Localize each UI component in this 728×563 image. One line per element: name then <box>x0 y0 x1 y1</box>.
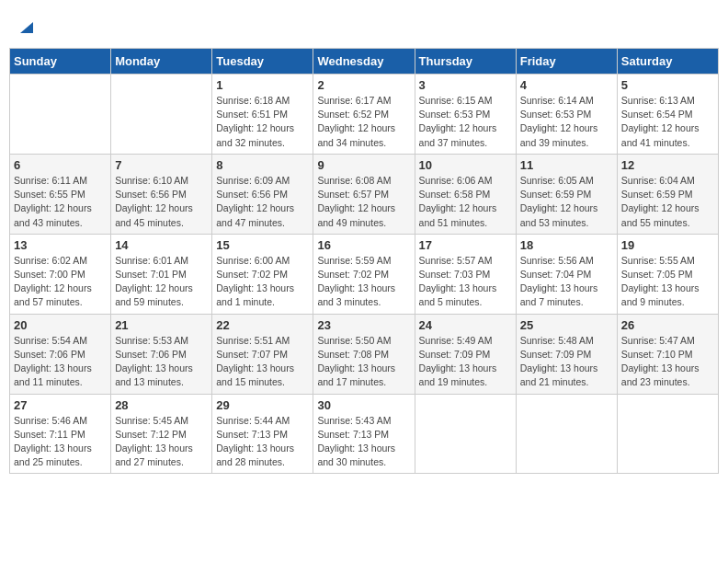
day-number: 20 <box>14 318 107 332</box>
day-number: 4 <box>520 78 613 92</box>
calendar-cell <box>617 394 718 474</box>
day-number: 28 <box>115 398 208 412</box>
day-number: 1 <box>216 78 309 92</box>
day-number: 17 <box>419 238 512 252</box>
calendar-cell <box>111 75 212 155</box>
day-number: 10 <box>419 158 512 172</box>
day-info: Sunrise: 6:17 AM Sunset: 6:52 PM Dayligh… <box>317 94 410 150</box>
day-number: 7 <box>115 158 208 172</box>
calendar-cell: 18Sunrise: 5:56 AM Sunset: 7:04 PM Dayli… <box>516 234 617 314</box>
day-info: Sunrise: 6:11 AM Sunset: 6:55 PM Dayligh… <box>14 174 107 230</box>
week-row-3: 13Sunrise: 6:02 AM Sunset: 7:00 PM Dayli… <box>10 234 719 314</box>
calendar-header: SundayMondayTuesdayWednesdayThursdayFrid… <box>10 49 719 75</box>
logo <box>15 13 37 37</box>
header-cell-monday: Monday <box>111 49 212 75</box>
day-number: 5 <box>621 78 714 92</box>
header-cell-friday: Friday <box>516 49 617 75</box>
calendar-cell: 7Sunrise: 6:10 AM Sunset: 6:56 PM Daylig… <box>111 154 212 234</box>
day-number: 9 <box>317 158 410 172</box>
calendar-cell: 20Sunrise: 5:54 AM Sunset: 7:06 PM Dayli… <box>10 314 111 394</box>
calendar-cell: 24Sunrise: 5:49 AM Sunset: 7:09 PM Dayli… <box>415 314 516 394</box>
day-info: Sunrise: 5:51 AM Sunset: 7:07 PM Dayligh… <box>216 334 309 390</box>
calendar-cell: 13Sunrise: 6:02 AM Sunset: 7:00 PM Dayli… <box>10 234 111 314</box>
day-number: 26 <box>621 318 714 332</box>
svg-marker-0 <box>20 22 33 33</box>
calendar-cell: 15Sunrise: 6:00 AM Sunset: 7:02 PM Dayli… <box>212 234 313 314</box>
day-number: 11 <box>520 158 613 172</box>
day-info: Sunrise: 6:06 AM Sunset: 6:58 PM Dayligh… <box>419 174 512 230</box>
day-info: Sunrise: 5:54 AM Sunset: 7:06 PM Dayligh… <box>14 334 107 390</box>
day-info: Sunrise: 6:15 AM Sunset: 6:53 PM Dayligh… <box>419 94 512 150</box>
page-header <box>9 9 719 40</box>
calendar-cell: 26Sunrise: 5:47 AM Sunset: 7:10 PM Dayli… <box>617 314 718 394</box>
day-number: 23 <box>317 318 410 332</box>
day-info: Sunrise: 5:48 AM Sunset: 7:09 PM Dayligh… <box>520 334 613 390</box>
calendar-cell: 21Sunrise: 5:53 AM Sunset: 7:06 PM Dayli… <box>111 314 212 394</box>
calendar-cell: 19Sunrise: 5:55 AM Sunset: 7:05 PM Dayli… <box>617 234 718 314</box>
calendar-cell: 8Sunrise: 6:09 AM Sunset: 6:56 PM Daylig… <box>212 154 313 234</box>
day-number: 14 <box>115 238 208 252</box>
header-cell-thursday: Thursday <box>415 49 516 75</box>
day-info: Sunrise: 5:57 AM Sunset: 7:03 PM Dayligh… <box>419 254 512 310</box>
day-info: Sunrise: 6:08 AM Sunset: 6:57 PM Dayligh… <box>317 174 410 230</box>
day-number: 30 <box>317 398 410 412</box>
calendar-table: SundayMondayTuesdayWednesdayThursdayFrid… <box>9 48 719 474</box>
calendar-cell: 28Sunrise: 5:45 AM Sunset: 7:12 PM Dayli… <box>111 394 212 474</box>
calendar-cell: 12Sunrise: 6:04 AM Sunset: 6:59 PM Dayli… <box>617 154 718 234</box>
day-info: Sunrise: 6:14 AM Sunset: 6:53 PM Dayligh… <box>520 94 613 150</box>
calendar-cell: 16Sunrise: 5:59 AM Sunset: 7:02 PM Dayli… <box>313 234 415 314</box>
day-number: 21 <box>115 318 208 332</box>
day-number: 16 <box>317 238 410 252</box>
day-info: Sunrise: 5:53 AM Sunset: 7:06 PM Dayligh… <box>115 334 208 390</box>
week-row-5: 27Sunrise: 5:46 AM Sunset: 7:11 PM Dayli… <box>10 394 719 474</box>
day-info: Sunrise: 6:00 AM Sunset: 7:02 PM Dayligh… <box>216 254 309 310</box>
calendar-cell: 29Sunrise: 5:44 AM Sunset: 7:13 PM Dayli… <box>212 394 313 474</box>
day-info: Sunrise: 5:55 AM Sunset: 7:05 PM Dayligh… <box>621 254 714 310</box>
day-number: 19 <box>621 238 714 252</box>
day-info: Sunrise: 5:56 AM Sunset: 7:04 PM Dayligh… <box>520 254 613 310</box>
day-number: 12 <box>621 158 714 172</box>
calendar-cell: 17Sunrise: 5:57 AM Sunset: 7:03 PM Dayli… <box>415 234 516 314</box>
day-info: Sunrise: 6:10 AM Sunset: 6:56 PM Dayligh… <box>115 174 208 230</box>
day-info: Sunrise: 5:44 AM Sunset: 7:13 PM Dayligh… <box>216 414 309 470</box>
calendar-cell: 3Sunrise: 6:15 AM Sunset: 6:53 PM Daylig… <box>415 75 516 155</box>
day-number: 18 <box>520 238 613 252</box>
day-info: Sunrise: 5:45 AM Sunset: 7:12 PM Dayligh… <box>115 414 208 470</box>
day-number: 6 <box>14 158 107 172</box>
header-cell-wednesday: Wednesday <box>313 49 415 75</box>
week-row-1: 1Sunrise: 6:18 AM Sunset: 6:51 PM Daylig… <box>10 75 719 155</box>
calendar-cell <box>415 394 516 474</box>
calendar-cell: 2Sunrise: 6:17 AM Sunset: 6:52 PM Daylig… <box>313 75 415 155</box>
day-number: 2 <box>317 78 410 92</box>
week-row-4: 20Sunrise: 5:54 AM Sunset: 7:06 PM Dayli… <box>10 314 719 394</box>
day-number: 22 <box>216 318 309 332</box>
day-number: 27 <box>14 398 107 412</box>
calendar-cell: 11Sunrise: 6:05 AM Sunset: 6:59 PM Dayli… <box>516 154 617 234</box>
calendar-cell: 25Sunrise: 5:48 AM Sunset: 7:09 PM Dayli… <box>516 314 617 394</box>
calendar-cell: 1Sunrise: 6:18 AM Sunset: 6:51 PM Daylig… <box>212 75 313 155</box>
week-row-2: 6Sunrise: 6:11 AM Sunset: 6:55 PM Daylig… <box>10 154 719 234</box>
day-info: Sunrise: 6:01 AM Sunset: 7:01 PM Dayligh… <box>115 254 208 310</box>
header-cell-tuesday: Tuesday <box>212 49 313 75</box>
header-row: SundayMondayTuesdayWednesdayThursdayFrid… <box>10 49 719 75</box>
day-number: 15 <box>216 238 309 252</box>
day-info: Sunrise: 5:47 AM Sunset: 7:10 PM Dayligh… <box>621 334 714 390</box>
calendar-cell: 5Sunrise: 6:13 AM Sunset: 6:54 PM Daylig… <box>617 75 718 155</box>
logo-icon <box>17 17 37 37</box>
calendar-cell: 4Sunrise: 6:14 AM Sunset: 6:53 PM Daylig… <box>516 75 617 155</box>
day-info: Sunrise: 5:50 AM Sunset: 7:08 PM Dayligh… <box>317 334 410 390</box>
day-number: 25 <box>520 318 613 332</box>
day-info: Sunrise: 5:59 AM Sunset: 7:02 PM Dayligh… <box>317 254 410 310</box>
calendar-cell: 22Sunrise: 5:51 AM Sunset: 7:07 PM Dayli… <box>212 314 313 394</box>
calendar-cell: 9Sunrise: 6:08 AM Sunset: 6:57 PM Daylig… <box>313 154 415 234</box>
calendar-cell: 23Sunrise: 5:50 AM Sunset: 7:08 PM Dayli… <box>313 314 415 394</box>
header-cell-saturday: Saturday <box>617 49 718 75</box>
calendar-cell <box>516 394 617 474</box>
calendar-cell: 14Sunrise: 6:01 AM Sunset: 7:01 PM Dayli… <box>111 234 212 314</box>
calendar-cell <box>10 75 111 155</box>
day-info: Sunrise: 5:43 AM Sunset: 7:13 PM Dayligh… <box>317 414 410 470</box>
calendar-cell: 27Sunrise: 5:46 AM Sunset: 7:11 PM Dayli… <box>10 394 111 474</box>
day-number: 13 <box>14 238 107 252</box>
calendar-body: 1Sunrise: 6:18 AM Sunset: 6:51 PM Daylig… <box>10 75 719 474</box>
calendar-cell: 6Sunrise: 6:11 AM Sunset: 6:55 PM Daylig… <box>10 154 111 234</box>
